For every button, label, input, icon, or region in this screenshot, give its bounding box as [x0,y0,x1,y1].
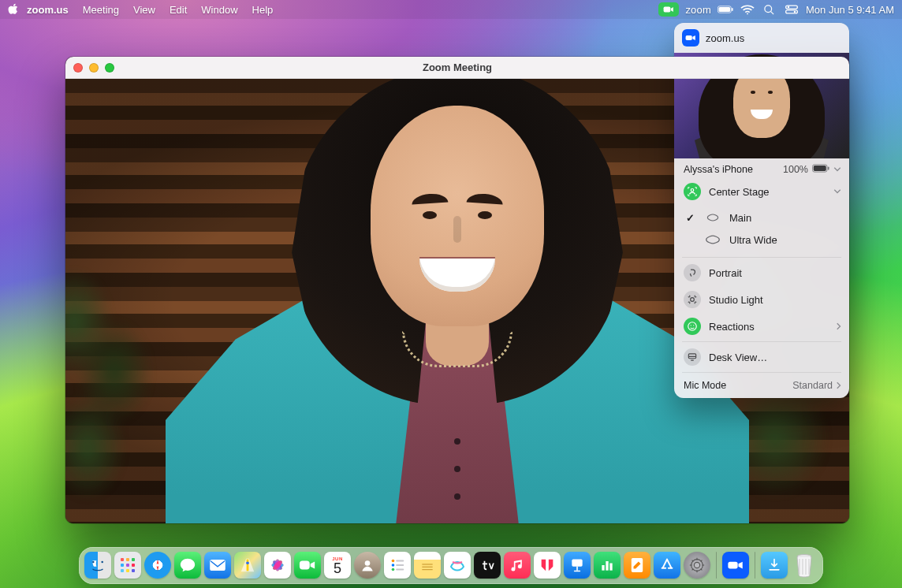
dock-app-mail[interactable] [204,552,231,579]
svg-point-49 [392,568,395,571]
continuity-camera-menubar-icon[interactable] [658,2,679,17]
dock-app-zoom[interactable] [722,552,749,579]
svg-rect-33 [210,560,226,571]
zoom-app-icon [682,29,699,47]
chevron-right-icon [837,322,841,330]
dock-app-news[interactable] [534,552,561,579]
svg-rect-13 [828,166,829,169]
svg-rect-57 [602,565,604,571]
dock-app-messages[interactable] [174,552,201,579]
lens-option-main[interactable]: ✓ Main [674,207,849,229]
portrait-row[interactable]: Portrait [674,259,849,286]
svg-rect-12 [814,166,826,171]
svg-rect-28 [121,569,124,572]
studio-light-icon [684,291,701,308]
svg-point-9 [794,11,796,13]
window-title: Zoom Meeting [65,61,849,73]
checkmark-placeholder [684,234,696,246]
mic-mode-value: Standard [792,380,833,391]
participant-main [213,82,702,523]
svg-point-16 [688,322,697,331]
desk-view-label: Desk View… [709,352,767,363]
svg-rect-22 [121,558,124,561]
chevron-down-icon [833,167,841,172]
svg-point-5 [765,5,772,12]
mic-mode-label: Mic Mode [684,380,726,391]
svg-rect-29 [126,569,129,572]
dock-app-safari[interactable] [144,552,171,579]
dock-app-facetime[interactable] [294,552,321,579]
dock-app-tv[interactable] [474,552,501,579]
dock-app-music[interactable] [504,552,531,579]
svg-rect-53 [422,569,432,570]
svg-rect-52 [422,567,432,568]
center-stage-label: Center Stage [709,186,770,198]
dock-app-launchpad[interactable] [114,552,141,579]
dock-app-settings[interactable] [684,552,710,579]
dock-app-pages[interactable] [624,552,650,579]
dock-divider [716,552,717,579]
dock-app-appstore[interactable] [654,552,680,579]
svg-rect-23 [126,558,129,561]
desk-view-row[interactable]: Desk View… [674,344,849,370]
svg-rect-10 [686,35,692,40]
chevron-down-icon [833,189,841,194]
svg-point-17 [691,325,691,326]
background-plant-left [65,271,168,523]
portrait-label: Portrait [709,267,742,279]
svg-rect-58 [606,561,608,571]
apple-menu-icon[interactable] [8,3,27,17]
dock-app-maps[interactable] [234,552,261,579]
control-center-icon[interactable] [784,2,800,17]
dock-downloads-stack[interactable] [761,552,788,579]
battery-status-icon[interactable] [718,2,733,17]
spotlight-search-icon[interactable] [762,2,777,17]
menubar-item-window[interactable]: Window [194,4,244,16]
dock-app-notes[interactable] [414,552,441,579]
svg-point-18 [693,325,694,326]
device-row[interactable]: Alyssa's iPhone 100% [674,158,849,178]
dock-app-finder[interactable] [84,552,111,579]
menubar-item-help[interactable]: Help [245,4,281,16]
dock-app-numbers[interactable] [594,552,621,579]
menubar-clock[interactable]: Mon Jun 5 9:41 AM [806,4,894,16]
svg-point-44 [365,560,371,566]
wifi-status-icon[interactable] [740,2,755,17]
mic-mode-row[interactable]: Mic Mode Standard [674,374,849,398]
dock-app-contacts[interactable] [354,552,381,579]
studio-light-row[interactable]: Studio Light [674,286,849,313]
svg-rect-3 [732,8,733,11]
window-titlebar[interactable]: Zoom Meeting [65,57,849,79]
menubar-item-edit[interactable]: Edit [162,4,194,16]
svg-point-21 [101,561,102,563]
svg-rect-71 [728,562,737,569]
divider [682,257,841,258]
menubar-zoom-status[interactable]: zoom [685,4,711,16]
dock-app-photos[interactable] [264,552,291,579]
center-stage-icon [684,183,701,200]
checkmark-icon: ✓ [684,212,696,224]
svg-rect-54 [572,560,582,567]
svg-point-20 [92,561,94,563]
dock-app-reminders[interactable] [384,552,411,579]
desk-view-icon [684,348,701,366]
continuity-camera-popover: zoom.us Alyssa's iPhone 100% [674,23,849,398]
center-stage-row[interactable]: Center Stage [674,178,849,205]
svg-rect-48 [396,564,404,566]
dock-app-calendar[interactable]: JUN 5 [324,552,351,579]
lens-main-label: Main [729,212,751,224]
dock-app-keynote[interactable] [564,552,591,579]
menubar: zoom.us Meeting View Edit Window Help zo… [0,0,902,19]
svg-point-15 [691,298,695,302]
menubar-item-view[interactable]: View [126,4,162,16]
studio-light-label: Studio Light [709,294,763,306]
dock: JUN 5 [0,547,902,584]
reactions-row[interactable]: Reactions [674,313,849,340]
menubar-item-meeting[interactable]: Meeting [76,4,126,16]
menubar-app-name[interactable]: zoom.us [27,4,76,16]
svg-rect-56 [574,571,580,572]
lens-option-ultrawide[interactable]: Ultra Wide [674,229,849,251]
svg-point-45 [392,560,395,563]
dock-app-freeform[interactable] [444,552,471,579]
dock-trash[interactable] [791,552,818,579]
